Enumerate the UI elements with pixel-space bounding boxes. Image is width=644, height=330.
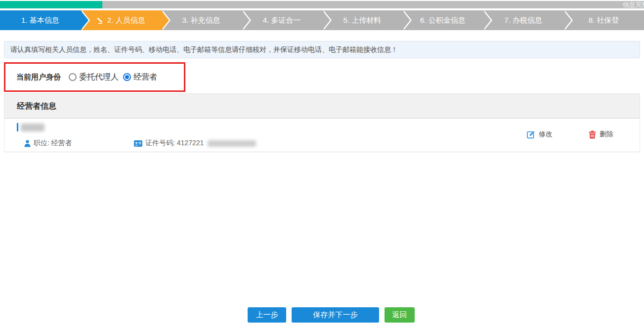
radio-unchecked-icon[interactable] — [69, 73, 77, 81]
step-tab-supplementary-info[interactable]: 3. 补充信息 — [161, 10, 242, 30]
step-label: 7. 办税信息 — [504, 16, 542, 25]
position-group: 职位: 经营者 — [24, 139, 72, 148]
edit-label[interactable]: 修改 — [539, 130, 553, 139]
position-text: 职位: 经营者 — [34, 139, 72, 148]
step-label: 3. 补充信息 — [182, 16, 220, 25]
redacted-id-tail — [208, 140, 256, 147]
radio-option-agent[interactable]: 委托代理人 — [69, 72, 119, 82]
operator-card: 职位: 经营者 证件号码: 4127221 修改 — [4, 119, 640, 152]
id-number-group: 证件号码: 4127221 — [134, 139, 256, 148]
step-tab-personnel-info[interactable]: 2. 人员信息 — [81, 10, 161, 30]
person-icon — [24, 140, 31, 147]
completeness-progress-fill — [0, 1, 102, 8]
pencil-icon — [96, 17, 104, 24]
edit-icon — [527, 130, 535, 139]
return-button[interactable]: 返回 — [385, 307, 415, 323]
step-tab-multi-cert[interactable]: 4. 多证合一 — [242, 10, 322, 30]
step-label: 6. 公积金信息 — [420, 16, 466, 25]
radio-option-operator[interactable]: 经营者 — [123, 72, 157, 82]
name-accent-bar — [17, 123, 18, 131]
radio-option-label[interactable]: 委托代理人 — [79, 72, 119, 82]
identity-highlight-box: 当前用户身份 委托代理人 经营者 — [4, 62, 185, 92]
operator-section-header: 经营者信息 — [4, 93, 640, 119]
step-tab-social-security[interactable]: 8. 社保登 — [563, 10, 644, 30]
radio-option-label[interactable]: 经营者 — [133, 72, 157, 82]
footer-button-bar: 上一步 保存并下一步 返回 — [0, 307, 644, 323]
step-tab-basic-info[interactable]: 1. 基本信息 — [0, 10, 81, 30]
delete-button[interactable]: 删除 — [589, 130, 613, 139]
step-label: 5. 上传材料 — [343, 16, 382, 25]
redacted-name — [21, 124, 44, 131]
step-label: 8. 社保登 — [589, 16, 619, 25]
trash-icon — [589, 130, 596, 139]
radio-checked-icon[interactable] — [123, 73, 131, 81]
step-tab-tax-info[interactable]: 7. 办税信息 — [483, 10, 563, 30]
delete-label[interactable]: 删除 — [600, 130, 613, 139]
step-label: 4. 多证合一 — [263, 16, 301, 25]
operator-name-row — [17, 123, 44, 131]
notice-text: 请认真填写相关人员信息，姓名、证件号码、移动电话、电子邮箱等信息请仔细核对，并保… — [10, 45, 398, 53]
notice-banner: 请认真填写相关人员信息，姓名、证件号码、移动电话、电子邮箱等信息请仔细核对，并保… — [4, 41, 640, 58]
completeness-progress-track: 信息完整 — [0, 1, 644, 8]
step-label: 1. 基本信息 — [21, 16, 59, 25]
save-and-next-button[interactable]: 保存并下一步 — [292, 307, 379, 323]
previous-step-button[interactable]: 上一步 — [248, 307, 286, 323]
section-title: 经营者信息 — [17, 102, 56, 110]
completeness-label: 信息完整 — [623, 1, 644, 8]
id-card-icon — [134, 140, 142, 147]
page: 信息完整 1. 基本信息 2. 人员信息 3. 补充信息 4. 多证合一 5. … — [0, 0, 644, 330]
identity-label: 当前用户身份 — [16, 73, 61, 82]
wizard-steps: 1. 基本信息 2. 人员信息 3. 补充信息 4. 多证合一 5. 上传材料 … — [0, 10, 644, 30]
id-number-text: 证件号码: 4127221 — [145, 139, 204, 148]
step-tab-upload-materials[interactable]: 5. 上传材料 — [322, 10, 403, 30]
step-tab-housing-fund[interactable]: 6. 公积金信息 — [402, 10, 483, 30]
step-label: 2. 人员信息 — [107, 16, 145, 25]
edit-button[interactable]: 修改 — [527, 130, 553, 139]
